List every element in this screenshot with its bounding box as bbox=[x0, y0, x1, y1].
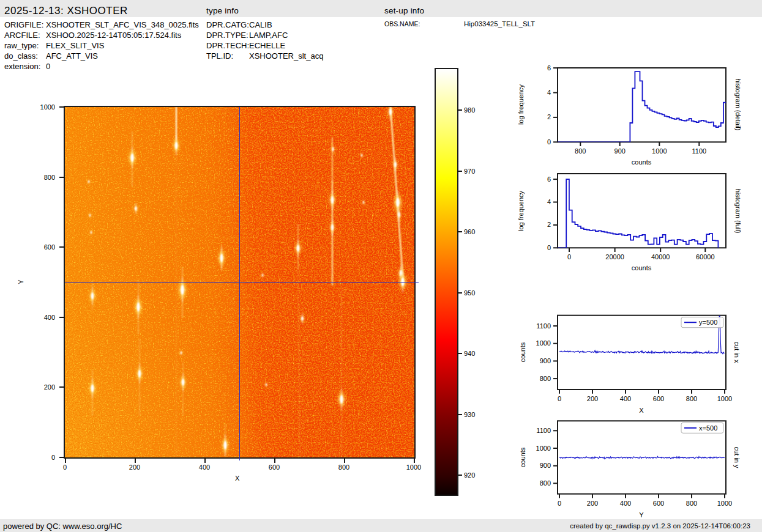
svg-text:40000: 40000 bbox=[651, 253, 670, 260]
svg-text:2: 2 bbox=[547, 221, 551, 228]
svg-text:1100: 1100 bbox=[536, 322, 551, 330]
svg-text:0: 0 bbox=[547, 138, 551, 146]
svg-text:200: 200 bbox=[587, 395, 598, 402]
svg-text:histogram (full): histogram (full) bbox=[734, 189, 742, 234]
svg-text:400: 400 bbox=[620, 395, 631, 402]
svg-text:1000: 1000 bbox=[652, 147, 667, 155]
svg-text:log frequency: log frequency bbox=[517, 190, 525, 231]
svg-text:0: 0 bbox=[558, 395, 561, 402]
svg-text:counts: counts bbox=[632, 264, 652, 272]
svg-text:1000: 1000 bbox=[717, 395, 732, 402]
svg-text:log frequency: log frequency bbox=[517, 84, 525, 125]
svg-text:200: 200 bbox=[587, 500, 598, 507]
svg-text:4: 4 bbox=[547, 89, 551, 96]
svg-text:800: 800 bbox=[540, 375, 551, 382]
svg-text:4: 4 bbox=[547, 198, 551, 205]
svg-text:x=500: x=500 bbox=[699, 424, 717, 432]
svg-text:600: 600 bbox=[653, 500, 664, 507]
svg-text:0: 0 bbox=[547, 244, 551, 251]
svg-text:1000: 1000 bbox=[717, 500, 732, 507]
svg-text:900: 900 bbox=[540, 462, 551, 469]
svg-text:1100: 1100 bbox=[536, 427, 551, 434]
svg-text:400: 400 bbox=[620, 500, 631, 507]
svg-text:900: 900 bbox=[614, 147, 626, 155]
svg-text:cut in x: cut in x bbox=[733, 342, 741, 363]
svg-text:1100: 1100 bbox=[692, 147, 706, 155]
svg-text:histogram (detail): histogram (detail) bbox=[734, 79, 742, 131]
svg-text:800: 800 bbox=[686, 395, 697, 402]
svg-text:6: 6 bbox=[547, 64, 551, 72]
svg-text:counts: counts bbox=[519, 447, 526, 467]
svg-text:6: 6 bbox=[547, 175, 551, 183]
svg-text:1000: 1000 bbox=[536, 445, 551, 452]
svg-text:counts: counts bbox=[519, 342, 526, 362]
svg-text:800: 800 bbox=[686, 500, 697, 507]
svg-text:0: 0 bbox=[567, 253, 571, 260]
svg-text:0: 0 bbox=[558, 500, 561, 507]
svg-text:60000: 60000 bbox=[696, 253, 715, 260]
svg-text:20000: 20000 bbox=[605, 253, 624, 260]
svg-text:y=500: y=500 bbox=[699, 319, 717, 326]
svg-text:900: 900 bbox=[540, 357, 551, 364]
svg-text:cut in y: cut in y bbox=[733, 447, 741, 468]
svg-text:1000: 1000 bbox=[536, 339, 551, 347]
svg-text:2: 2 bbox=[547, 113, 551, 120]
svg-text:Y: Y bbox=[639, 511, 644, 519]
svg-text:800: 800 bbox=[575, 147, 586, 155]
svg-text:600: 600 bbox=[653, 395, 664, 402]
svg-text:800: 800 bbox=[540, 479, 551, 487]
